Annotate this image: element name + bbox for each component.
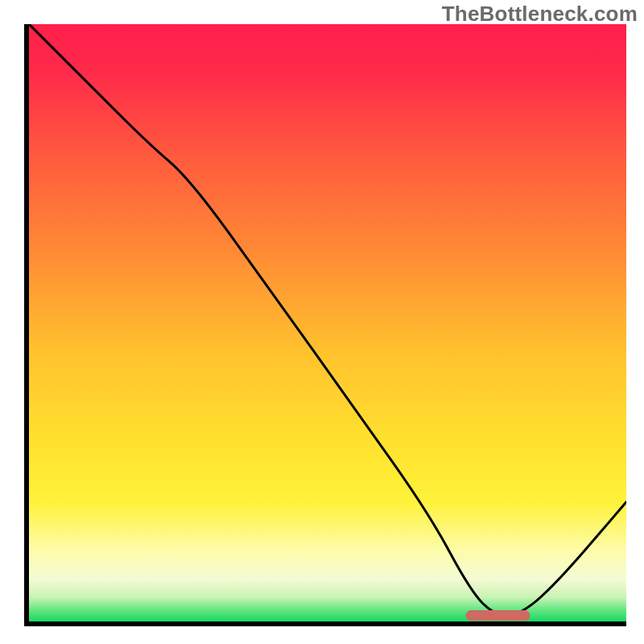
chart-stage: TheBottleneck.com [0, 0, 644, 644]
watermark-text: TheBottleneck.com [442, 2, 638, 27]
bottleneck-curve [29, 24, 626, 616]
plot-area [29, 24, 626, 621]
plot-frame [24, 24, 626, 626]
curve-layer [29, 24, 626, 621]
